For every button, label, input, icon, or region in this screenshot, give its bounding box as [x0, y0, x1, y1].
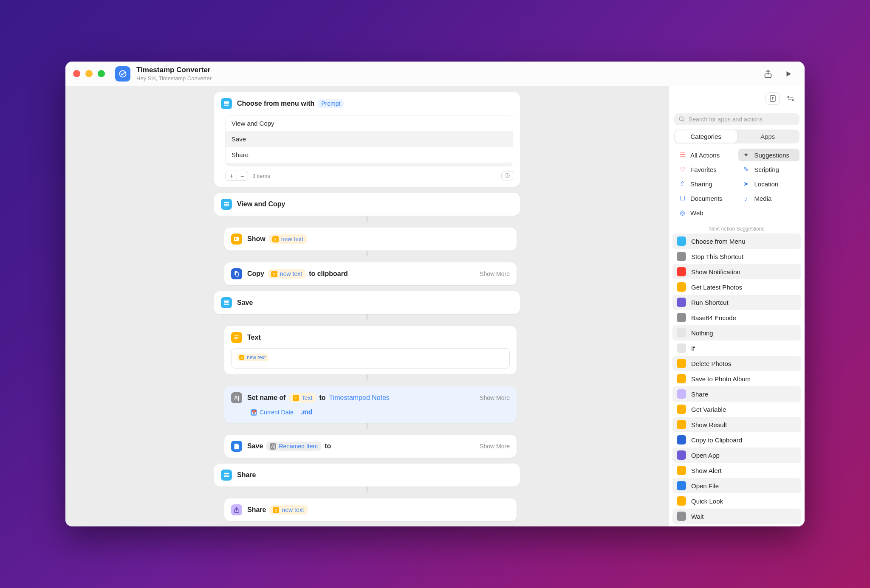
info-panel-button[interactable] [765, 92, 780, 105]
actions-sidebar: Categories Apps ☰All Actions ✦Suggestion… [669, 86, 805, 526]
cat-scripting[interactable]: ✎Scripting [738, 163, 800, 176]
suggestion-item[interactable]: Show Result [672, 417, 801, 432]
show-var[interactable]: xnew text [269, 234, 307, 244]
suggestion-item[interactable]: Wait [672, 509, 801, 524]
share-var[interactable]: xnew text [269, 505, 307, 515]
suggestion-item[interactable]: Open App [672, 447, 801, 463]
suggestion-item[interactable]: Save to Photo Album [672, 371, 801, 386]
tab-apps[interactable]: Apps [737, 130, 799, 143]
cat-location[interactable]: ➤Location [738, 177, 800, 190]
suggestion-label: Show Result [691, 421, 727, 428]
close-button[interactable] [73, 70, 80, 77]
svg-line-30 [683, 120, 684, 121]
remove-icon[interactable]: − [237, 171, 248, 180]
cat-web[interactable]: ◎Web [674, 206, 736, 219]
window-subtitle: Hey Siri, Timestamp Converter [136, 75, 212, 82]
workflow-canvas[interactable]: Choose from menu with Prompt View and Co… [65, 86, 669, 526]
minimize-button[interactable] [85, 70, 93, 77]
copy-var[interactable]: xnew text [268, 269, 305, 279]
run-button[interactable] [780, 65, 797, 82]
info-button[interactable]: ⓘ [501, 171, 513, 180]
menu-branch-view-copy[interactable]: View and Copy [214, 193, 520, 216]
zoom-button[interactable] [98, 70, 105, 77]
action-text[interactable]: Text xnew text [224, 326, 517, 374]
svg-rect-8 [235, 238, 236, 240]
suggestion-item[interactable]: Quick Look [672, 493, 801, 509]
suggestion-icon [677, 374, 686, 383]
show-more-button[interactable]: Show More [480, 443, 510, 450]
suggestion-icon [677, 481, 686, 490]
suggestion-icon [677, 298, 686, 307]
cat-media[interactable]: ♪Media [738, 192, 800, 205]
suggestion-icon [677, 328, 686, 338]
share-button[interactable] [760, 65, 777, 82]
menu-option-2[interactable]: Share [226, 147, 513, 163]
suggestion-item[interactable]: Get Latest Photos [672, 279, 801, 295]
share-icon [231, 504, 242, 515]
suggestion-item[interactable]: Choose from Menu [672, 234, 801, 249]
set-name-input-token[interactable]: ≡Text [289, 393, 316, 402]
save-branch-label: Save [237, 299, 253, 307]
suggestion-item[interactable]: Expand URL [672, 524, 801, 526]
suggestion-item[interactable]: Base64 Encode [672, 310, 801, 325]
text-content[interactable]: xnew text [231, 348, 510, 369]
suggestion-label: Quick Look [691, 498, 723, 505]
suggestion-item[interactable]: Get Variable [672, 402, 801, 417]
suggestion-item[interactable]: If [672, 340, 801, 356]
settings-button[interactable] [783, 92, 798, 105]
suggestion-item[interactable]: Share [672, 386, 801, 402]
share-branch-label: Share [237, 471, 256, 479]
cat-sharing[interactable]: ⇪Sharing [674, 177, 736, 190]
timestamped-notes-token[interactable]: Timestamped Notes [329, 394, 390, 402]
svg-rect-14 [234, 335, 239, 336]
suggestion-icon [677, 389, 686, 399]
cat-favorites[interactable]: ♡Favorites [674, 163, 736, 176]
svg-rect-11 [224, 301, 229, 302]
suggestion-item[interactable]: Nothing [672, 325, 801, 340]
cat-suggestions[interactable]: ✦Suggestions [738, 149, 800, 161]
show-label: Show [247, 235, 266, 243]
show-more-button[interactable]: Show More [480, 270, 510, 277]
suggestion-icon [677, 420, 686, 429]
action-share[interactable]: Share xnew text [224, 498, 517, 521]
suggestion-label: Share [691, 391, 708, 398]
suggestion-icon [677, 252, 686, 261]
search-field[interactable] [674, 113, 799, 125]
add-remove-segment[interactable]: ＋− [225, 171, 248, 181]
show-more-button[interactable]: Show More [480, 394, 510, 401]
suggestion-item[interactable]: Copy to Clipboard [672, 432, 801, 447]
cat-documents[interactable]: ☐Documents [674, 192, 736, 205]
suggestion-item[interactable]: Show Alert [672, 463, 801, 478]
branch-icon [221, 297, 232, 308]
window-title: Timestamp Converter [136, 66, 212, 74]
cat-all-actions[interactable]: ☰All Actions [674, 149, 736, 161]
menu-option-0[interactable]: View and Copy [226, 115, 513, 131]
heart-icon: ♡ [678, 166, 686, 173]
suggestion-item[interactable]: Run Shortcut [672, 295, 801, 310]
prompt-token[interactable]: Prompt [318, 99, 344, 108]
text-var[interactable]: xnew text [237, 354, 268, 361]
action-copy[interactable]: Copy xnew text to clipboard Show More [224, 262, 517, 285]
set-name-label: Set name of [247, 394, 286, 402]
renamed-item-token[interactable]: A|Renamed Item [266, 442, 321, 451]
suggestion-item[interactable]: Stop This Shortcut [672, 249, 801, 264]
sparkle-icon: ✦ [743, 151, 750, 159]
action-save-file[interactable]: Save A|Renamed Item to Show More [224, 435, 517, 458]
copy-label: Copy [247, 270, 264, 278]
action-set-name[interactable]: A| Set name of ≡Text to Timestamped Note… [224, 386, 517, 423]
items-count: 3 items [252, 173, 270, 179]
action-choose-from-menu[interactable]: Choose from menu with Prompt View and Co… [214, 92, 520, 187]
add-icon[interactable]: ＋ [226, 171, 237, 180]
md-ext[interactable]: .md [300, 408, 312, 416]
action-show[interactable]: Show xnew text [224, 228, 517, 250]
suggestion-item[interactable]: Delete Photos [672, 356, 801, 371]
menu-branch-share[interactable]: Share [214, 464, 520, 487]
tab-categories[interactable]: Categories [675, 130, 737, 143]
search-input[interactable] [689, 116, 795, 123]
sidebar-tabs: Categories Apps [674, 129, 799, 143]
menu-branch-save[interactable]: Save [214, 291, 520, 314]
current-date-token[interactable]: 📅Current Date [247, 408, 297, 417]
suggestion-item[interactable]: Show Notification [672, 264, 801, 279]
suggestion-item[interactable]: Open File [672, 478, 801, 493]
menu-option-1[interactable]: Save [226, 131, 513, 147]
